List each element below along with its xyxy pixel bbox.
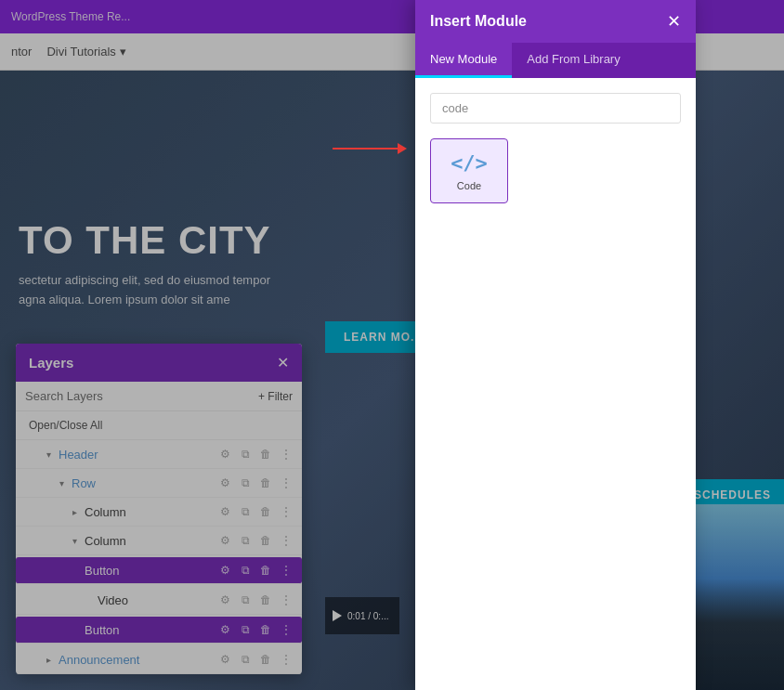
module-search-input[interactable] — [430, 93, 681, 124]
module-grid: </> Code — [430, 138, 681, 203]
code-icon: </> — [451, 151, 488, 175]
modal-header: Insert Module ✕ — [415, 0, 696, 43]
tab-add-from-library[interactable]: Add From Library — [512, 43, 634, 78]
arrow-indicator — [333, 142, 407, 155]
modal-close-button[interactable]: ✕ — [667, 13, 681, 30]
arrow-head — [398, 143, 407, 154]
module-name: Code — [457, 180, 481, 191]
modal-title: Insert Module — [430, 13, 527, 30]
modal-tabs: New Module Add From Library — [415, 43, 696, 78]
arrow-line — [333, 148, 398, 150]
module-item-code[interactable]: </> Code — [430, 138, 508, 203]
modal-body: </> Code — [415, 78, 696, 690]
insert-module-modal: Insert Module ✕ New Module Add From Libr… — [415, 0, 696, 690]
tab-new-module[interactable]: New Module — [415, 43, 512, 78]
